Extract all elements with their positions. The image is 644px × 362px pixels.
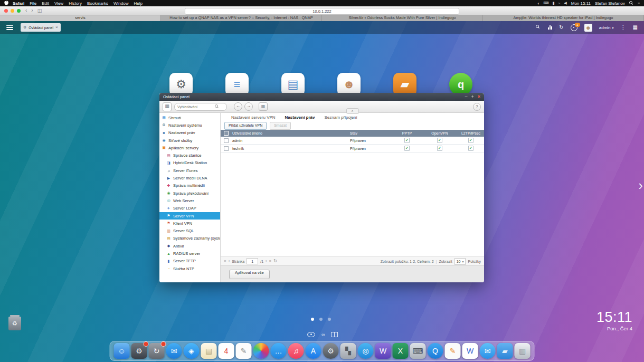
sidebar-item[interactable]: ◆ Antivir bbox=[159, 242, 220, 250]
window-minimize-button[interactable] bbox=[11, 9, 14, 13]
dock-mail-circle[interactable]: ✉ bbox=[480, 343, 496, 359]
column-username[interactable]: Uživatelské jméno bbox=[231, 131, 350, 135]
menu-item[interactable]: Edit bbox=[42, 1, 49, 6]
l2tp-checkbox[interactable]: ✓ bbox=[468, 146, 473, 151]
prev-page-button[interactable]: ‹ bbox=[228, 259, 230, 263]
pptp-checkbox[interactable]: ✓ bbox=[404, 138, 410, 143]
browser-forward-button[interactable]: › bbox=[31, 7, 33, 14]
first-page-button[interactable]: « bbox=[224, 259, 226, 263]
column-pptp[interactable]: PPTP bbox=[391, 131, 423, 135]
link-icon[interactable]: ∞ bbox=[321, 332, 325, 337]
sidebar-item[interactable]: ▥ Server SQL bbox=[159, 227, 220, 234]
browser-tab[interactable]: Ampjile: Worlds thinnest HD speaker for … bbox=[483, 15, 644, 21]
dock-photos[interactable] bbox=[253, 343, 269, 359]
next-page-button[interactable]: › bbox=[266, 259, 267, 263]
more-options-icon[interactable]: ⋮ bbox=[621, 25, 626, 30]
sidebar-item[interactable]: ◎ Web Server bbox=[159, 197, 220, 204]
sidebar-item[interactable]: ✈ Server LDAP bbox=[159, 205, 220, 212]
menu-item[interactable]: Safari bbox=[13, 1, 24, 6]
sidebar-item[interactable]: ⚑ Klient VPN bbox=[159, 220, 220, 227]
menu-item[interactable]: Help bbox=[134, 1, 142, 6]
sidebar-item[interactable]: ▤ Systémové záznamy (syslo.. bbox=[159, 235, 220, 242]
menu-item[interactable]: Bookmarks bbox=[87, 1, 108, 6]
browser-tab[interactable]: servis bbox=[0, 15, 161, 21]
page-dot[interactable] bbox=[311, 318, 314, 321]
battery-icon[interactable]: ▮ bbox=[553, 1, 555, 5]
close-tab-icon[interactable]: × bbox=[55, 25, 58, 30]
sidebar-item[interactable]: ◔ Služba NTP bbox=[159, 265, 220, 272]
dock-trash[interactable]: ▥ bbox=[515, 343, 531, 359]
minimize-button[interactable]: – bbox=[465, 94, 467, 99]
dock-keyboard-app[interactable]: ⌨ bbox=[410, 343, 426, 359]
dock-messages[interactable]: … bbox=[271, 343, 287, 359]
dock-activity-utility[interactable]: ⚙ bbox=[131, 343, 147, 359]
address-bar[interactable]: 10.0.1.222 bbox=[185, 8, 459, 15]
notification-center-icon[interactable]: ≡ bbox=[638, 2, 640, 5]
browser-tab[interactable]: How to set up a QNAP NAS as a VPN server… bbox=[161, 15, 322, 21]
sidebar-item[interactable]: ♫ Server iTunes bbox=[159, 167, 220, 174]
table-row[interactable]: technik Připraven ✓ ✓ ✓ bbox=[221, 145, 484, 153]
table-row[interactable]: admin Připraven ✓ ✓ ✓ bbox=[221, 137, 484, 145]
dock-word-white[interactable]: W bbox=[462, 343, 478, 359]
page-size-select[interactable]: 10 ▾ bbox=[454, 258, 466, 265]
pptp-checkbox[interactable]: ✓ bbox=[404, 146, 410, 151]
page-number-input[interactable] bbox=[247, 258, 258, 264]
menu-bar-user[interactable]: Stefan Stefanov bbox=[595, 1, 625, 6]
background-tasks-icon[interactable]: ↻ bbox=[559, 25, 563, 30]
select-all-checkbox[interactable] bbox=[224, 131, 229, 136]
column-l2tp[interactable]: L2TP/IPsec bbox=[456, 131, 484, 135]
sidebar-item[interactable]: ◉ Síťové služby bbox=[159, 137, 220, 144]
last-page-button[interactable]: » bbox=[269, 259, 271, 263]
page-dot[interactable] bbox=[319, 318, 323, 321]
search-icon[interactable] bbox=[536, 25, 541, 30]
sidebar-item[interactable]: ◉ Správa překódování bbox=[159, 189, 220, 197]
window-search-input[interactable] bbox=[177, 105, 213, 109]
dock-excel[interactable]: X bbox=[393, 343, 409, 359]
menu-item[interactable]: View bbox=[54, 1, 63, 6]
content-tab[interactable]: Seznam připojení bbox=[325, 115, 357, 120]
content-tab[interactable]: Nastavení serveru VPN bbox=[231, 115, 276, 120]
sidebar-item[interactable]: ☻ Nastavení práv bbox=[159, 129, 220, 137]
keyboard-icon[interactable]: ⌨ bbox=[544, 1, 549, 5]
apps-grid-button[interactable]: ▦ bbox=[163, 102, 172, 111]
menu-bar-clock[interactable]: Mon 15:11 bbox=[571, 1, 591, 6]
collapse-panel-button[interactable]: ∧ bbox=[346, 108, 359, 114]
dock-itunes[interactable]: ♫ bbox=[288, 343, 304, 359]
main-menu-hamburger-icon[interactable] bbox=[6, 25, 13, 30]
display-icon[interactable]: ◐ bbox=[537, 2, 539, 5]
window-search-box[interactable] bbox=[174, 103, 227, 111]
content-tab[interactable]: Nastavení práv bbox=[285, 115, 315, 120]
column-status[interactable]: Stav bbox=[350, 131, 391, 135]
menu-item[interactable]: Window bbox=[113, 1, 128, 6]
page-dot[interactable] bbox=[328, 318, 331, 321]
dock-textedit[interactable]: ✎ bbox=[236, 343, 252, 359]
dock-calendar[interactable]: 4 bbox=[219, 343, 234, 359]
dock-app-store[interactable]: A bbox=[306, 343, 321, 359]
sidebar-item[interactable]: ◨ HybridDesk Station bbox=[159, 159, 220, 167]
openvpn-checkbox[interactable]: ✓ bbox=[437, 138, 442, 143]
volume-icon[interactable]: ◀ bbox=[564, 1, 566, 5]
dock-pages[interactable]: ✎ bbox=[445, 343, 461, 359]
row-checkbox[interactable] bbox=[224, 146, 229, 151]
window-close-button[interactable] bbox=[4, 9, 8, 13]
browser-tab[interactable]: SilverAir • Odorless Socks Made With Pur… bbox=[322, 15, 483, 21]
notifications-icon[interactable]: 1 bbox=[571, 24, 577, 31]
window-maximize-button[interactable] bbox=[17, 9, 21, 13]
help-button[interactable]: ? bbox=[473, 103, 481, 111]
delete-button[interactable]: Smazat bbox=[270, 122, 291, 130]
wifi-icon[interactable]: ≈ bbox=[558, 2, 561, 5]
sidebar-item[interactable]: ✚ Správa multimédií bbox=[159, 182, 220, 189]
dock-word[interactable]: W bbox=[375, 343, 391, 359]
view-grid-button[interactable]: ▦ bbox=[259, 102, 268, 111]
dock-archive-utility[interactable]: ▚ bbox=[340, 343, 356, 359]
sidebar-item[interactable]: ⚑ Server VPN bbox=[159, 212, 220, 220]
sidebar-toggle-icon[interactable]: ◫ bbox=[37, 8, 42, 13]
dock-software-update[interactable]: ↻ bbox=[149, 343, 165, 359]
sidebar-item[interactable]: ▲ RADIUS server bbox=[159, 250, 220, 257]
recycle-bin-icon[interactable]: ♻ bbox=[8, 317, 21, 330]
dock-downloads-folder[interactable]: ▰ bbox=[497, 343, 513, 359]
resource-monitor-icon[interactable] bbox=[548, 25, 552, 30]
column-openvpn[interactable]: OpenVPN bbox=[423, 131, 456, 135]
refresh-button[interactable]: ↻ bbox=[273, 259, 277, 263]
dock-finder[interactable]: ☺ bbox=[114, 343, 130, 359]
